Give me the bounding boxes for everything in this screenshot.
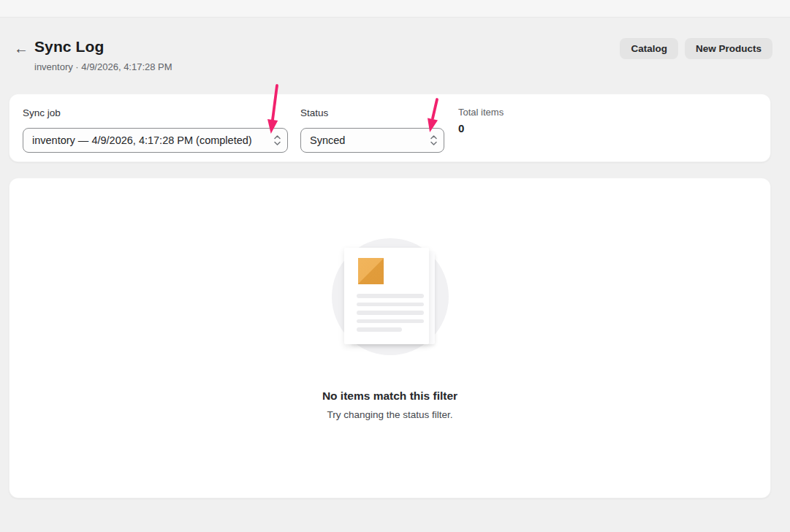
page-subtitle: inventory · 4/9/2026, 4:17:28 PM <box>34 61 172 72</box>
chevron-updown-icon <box>274 135 281 145</box>
filter-card: Sync job inventory — 4/9/2026, 4:17:28 P… <box>9 94 771 162</box>
total-items-value: 0 <box>458 122 464 134</box>
page-title: Sync Log <box>34 38 104 56</box>
new-products-button[interactable]: New Products <box>685 38 772 59</box>
document-illustration-icon <box>344 248 429 344</box>
document-image-placeholder <box>358 258 384 284</box>
back-arrow-icon[interactable]: ← <box>12 39 31 58</box>
empty-state-title: No items match this filter <box>9 390 771 403</box>
status-label: Status <box>300 107 328 118</box>
sync-job-selected-value: inventory — 4/9/2026, 4:17:28 PM (comple… <box>32 134 252 146</box>
chevron-updown-icon <box>430 135 437 145</box>
total-items-label: Total items <box>458 107 504 118</box>
document-text-line <box>357 311 424 315</box>
sync-job-select[interactable]: inventory — 4/9/2026, 4:17:28 PM (comple… <box>23 128 288 153</box>
sync-job-label: Sync job <box>23 107 61 118</box>
document-text-line <box>357 319 424 324</box>
status-select[interactable]: Synced <box>300 128 444 153</box>
top-strip <box>0 0 790 18</box>
catalog-button[interactable]: Catalog <box>620 38 678 59</box>
document-text-line <box>357 294 424 298</box>
document-text-line-short <box>357 327 402 332</box>
status-selected-value: Synced <box>310 134 345 146</box>
empty-state-subtitle: Try changing the status filter. <box>9 409 771 420</box>
document-text-line <box>357 303 424 307</box>
header-buttons: Catalog New Products <box>620 38 772 59</box>
